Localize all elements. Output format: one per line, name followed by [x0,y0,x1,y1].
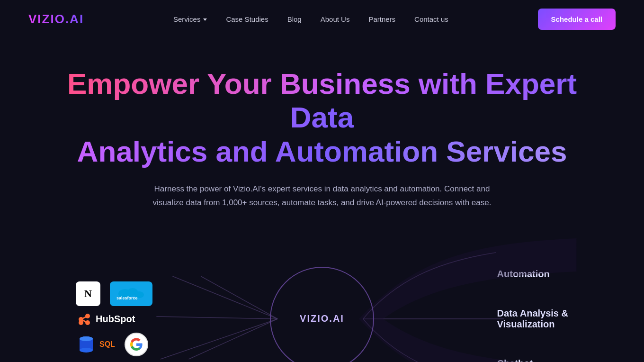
svg-text:salesforce: salesforce [116,296,138,300]
nav-item-partners[interactable]: Partners [368,15,395,24]
svg-point-13 [80,336,93,341]
hero-headline: Empower Your Business with Expert Data A… [62,67,582,168]
google-logo [125,333,148,356]
svg-line-17 [161,319,277,359]
data-analysis-label: Data Analysis &Visualization [497,308,568,330]
logo: VIZIO.AI [28,12,84,27]
headline-line2: Analytics and Automation Services [77,135,567,168]
svg-point-9 [79,317,83,322]
sql-text: SQL [99,340,115,349]
center-circle: VIZIO.AI [270,267,374,362]
services-link[interactable]: Services [173,15,207,23]
logo-row-2: HubSpot [76,311,152,328]
contact-link[interactable]: Contact us [414,15,448,23]
nav-links: Services Case Studies Blog About Us Part… [173,15,448,24]
salesforce-logo: salesforce [110,281,152,306]
nav-item-about[interactable]: About Us [321,15,350,24]
hubspot-text: HubSpot [96,314,135,325]
hero-description: Harness the power of Vizio.AI's expert s… [152,182,492,210]
svg-line-15 [201,276,277,319]
right-labels-section: Automation Data Analysis &Visualization … [497,269,568,362]
headline-line1: Empower Your Business with Expert Data [67,67,577,134]
svg-point-12 [80,348,93,353]
partners-link[interactable]: Partners [368,15,395,23]
nav-item-blog[interactable]: Blog [287,15,302,24]
diagram-section: N salesforce [47,234,597,362]
svg-line-18 [189,319,278,359]
hubspot-logo: HubSpot [76,311,135,328]
nav-item-contact[interactable]: Contact us [414,15,448,24]
about-link[interactable]: About Us [321,15,350,23]
hero-section: Empower Your Business with Expert Data A… [0,38,644,362]
sql-logo: SQL [76,334,115,355]
logo-row-3: SQL [76,333,152,356]
chevron-down-icon [203,18,207,21]
schedule-call-button[interactable]: Schedule a call [538,9,616,30]
chatbot-label: Chatbot [497,358,568,362]
svg-line-16 [156,317,277,319]
svg-line-14 [172,276,277,319]
nav-item-case-studies[interactable]: Case Studies [226,15,268,24]
case-studies-link[interactable]: Case Studies [226,15,268,23]
nav-item-services[interactable]: Services [173,15,207,23]
notion-logo: N [76,281,100,306]
logos-section: N salesforce [76,281,152,356]
automation-label: Automation [497,269,568,280]
logo-row-1: N salesforce [76,281,152,306]
blog-link[interactable]: Blog [287,15,302,23]
center-circle-label: VIZIO.AI [300,313,344,324]
navigation: VIZIO.AI Services Case Studies Blog Abou… [0,0,644,38]
